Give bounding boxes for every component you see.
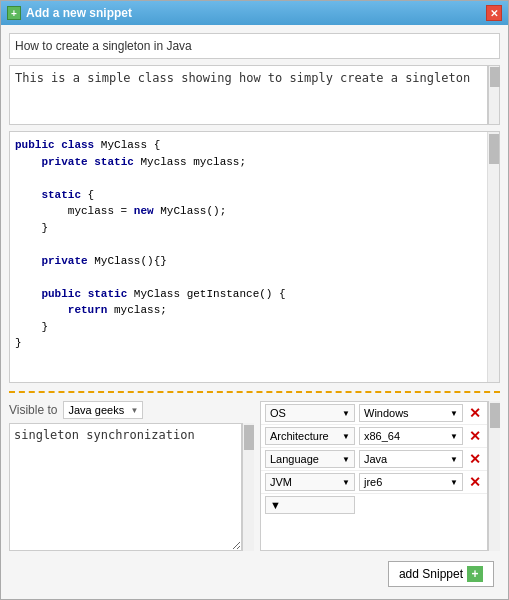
filter-delete-button[interactable]: ✕ xyxy=(467,474,483,490)
filter-empty-select[interactable]: ▼ xyxy=(265,496,355,514)
code-text: } xyxy=(15,321,48,333)
filter-value-text: x86_64 xyxy=(364,430,400,442)
code-line: private MyClass(){} xyxy=(15,253,494,270)
filter-row: Architecture▼x86_64▼✕ xyxy=(261,425,487,448)
filter-empty-arrow: ▼ xyxy=(270,499,281,511)
tags-scrollbar[interactable] xyxy=(242,423,254,551)
window-title: Add a new snippet xyxy=(26,6,132,20)
code-text: Myclass myclass; xyxy=(134,156,246,168)
filter-label-arrow: ▼ xyxy=(342,432,350,441)
code-text xyxy=(15,189,41,201)
code-line: myclass = new MyClass(); xyxy=(15,203,494,220)
add-snippet-button[interactable]: add Snippet + xyxy=(388,561,494,587)
code-line xyxy=(15,269,494,286)
keyword: new xyxy=(134,205,154,217)
bottom-section: Visible to Java geeks ▼ OS▼Windows▼✕Arch… xyxy=(9,401,500,551)
visible-to-arrow: ▼ xyxy=(131,406,139,415)
filter-value-select[interactable]: jre6▼ xyxy=(359,473,463,491)
code-line: private static Myclass myclass; xyxy=(15,154,494,171)
code-display: public class MyClass { private static My… xyxy=(10,132,499,382)
visible-to-row: Visible to Java geeks ▼ xyxy=(9,401,254,419)
visible-to-label: Visible to xyxy=(9,403,57,417)
code-text xyxy=(15,288,41,300)
filter-label-select[interactable]: OS▼ xyxy=(265,404,355,422)
filter-label-arrow: ▼ xyxy=(342,409,350,418)
visible-to-value: Java geeks xyxy=(68,404,124,416)
code-text: MyClass(); xyxy=(154,205,227,217)
content-area: public class MyClass { private static My… xyxy=(1,25,508,599)
visible-to-select[interactable]: Java geeks ▼ xyxy=(63,401,143,419)
code-scrollbar[interactable] xyxy=(487,132,499,382)
filter-label-arrow: ▼ xyxy=(342,455,350,464)
tags-wrapper xyxy=(9,423,254,551)
filter-label-text: Architecture xyxy=(270,430,329,442)
code-line xyxy=(15,236,494,253)
filter-scroll-thumb xyxy=(490,403,500,428)
code-text: { xyxy=(81,189,94,201)
code-line: } xyxy=(15,220,494,237)
description-textarea[interactable] xyxy=(9,65,488,125)
filter-delete-button[interactable]: ✕ xyxy=(467,428,483,444)
filter-label-text: JVM xyxy=(270,476,292,488)
filter-value-arrow: ▼ xyxy=(450,455,458,464)
code-text xyxy=(15,255,41,267)
code-line: } xyxy=(15,335,494,352)
filter-value-arrow: ▼ xyxy=(450,478,458,487)
filter-label-text: OS xyxy=(270,407,286,419)
filter-label-select[interactable]: Language▼ xyxy=(265,450,355,468)
description-scrollbar[interactable] xyxy=(488,65,500,125)
filter-value-select[interactable]: Java▼ xyxy=(359,450,463,468)
filter-value-text: Windows xyxy=(364,407,409,419)
snippet-title-input[interactable] xyxy=(9,33,500,59)
keyword: static xyxy=(94,156,134,168)
code-line: return myclass; xyxy=(15,302,494,319)
filter-row: OS▼Windows▼✕ xyxy=(261,402,487,425)
code-text: } xyxy=(15,337,22,349)
code-line: public static MyClass getInstance() { xyxy=(15,286,494,303)
keyword: static xyxy=(88,288,128,300)
code-line: public class MyClass { xyxy=(15,137,494,154)
filter-value-text: jre6 xyxy=(364,476,382,488)
code-text: MyClass { xyxy=(94,139,160,151)
keyword: static xyxy=(41,189,81,201)
code-scroll-thumb xyxy=(489,134,499,164)
filter-value-text: Java xyxy=(364,453,387,465)
filter-label-select[interactable]: JVM▼ xyxy=(265,473,355,491)
filter-section: OS▼Windows▼✕Architecture▼x86_64▼✕Languag… xyxy=(260,401,488,551)
filter-delete-button[interactable]: ✕ xyxy=(467,451,483,467)
description-wrapper xyxy=(9,65,500,125)
code-text xyxy=(81,288,88,300)
window-icon: + xyxy=(7,6,21,20)
code-line: static { xyxy=(15,187,494,204)
titlebar-left: + Add a new snippet xyxy=(7,6,132,20)
filter-row: JVM▼jre6▼✕ xyxy=(261,471,487,494)
code-line: } xyxy=(15,319,494,336)
filter-value-select[interactable]: Windows▼ xyxy=(359,404,463,422)
code-line xyxy=(15,170,494,187)
filter-row: ▼ xyxy=(261,494,487,516)
filter-value-select[interactable]: x86_64▼ xyxy=(359,427,463,445)
filter-value-arrow: ▼ xyxy=(450,432,458,441)
filter-scrollbar[interactable] xyxy=(488,401,500,551)
tags-textarea[interactable] xyxy=(9,423,242,551)
keyword: return xyxy=(68,304,108,316)
filter-container: OS▼Windows▼✕Architecture▼x86_64▼✕Languag… xyxy=(260,401,500,551)
keyword: private xyxy=(41,255,87,267)
filter-label-select[interactable]: Architecture▼ xyxy=(265,427,355,445)
dashed-separator xyxy=(9,391,500,393)
description-scroll-thumb xyxy=(490,67,500,87)
code-text: myclass; xyxy=(107,304,166,316)
code-text xyxy=(15,156,41,168)
keyword: private xyxy=(41,156,87,168)
titlebar: + Add a new snippet ✕ xyxy=(1,1,508,25)
code-text: myclass = xyxy=(15,205,134,217)
close-button[interactable]: ✕ xyxy=(486,5,502,21)
add-snippet-icon: + xyxy=(467,566,483,582)
code-text: MyClass(){} xyxy=(88,255,167,267)
filter-value-arrow: ▼ xyxy=(450,409,458,418)
code-text xyxy=(15,304,68,316)
filter-label-text: Language xyxy=(270,453,319,465)
filter-delete-button[interactable]: ✕ xyxy=(467,405,483,421)
keyword: class xyxy=(61,139,94,151)
visible-to-section: Visible to Java geeks ▼ xyxy=(9,401,254,551)
